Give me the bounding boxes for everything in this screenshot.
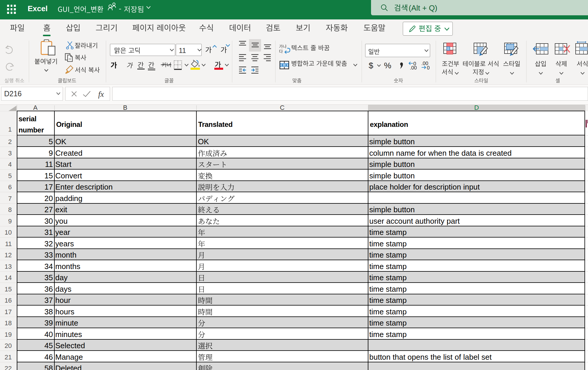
svg-text:0: 0 xyxy=(427,65,430,70)
svg-text:.00: .00 xyxy=(410,65,417,70)
